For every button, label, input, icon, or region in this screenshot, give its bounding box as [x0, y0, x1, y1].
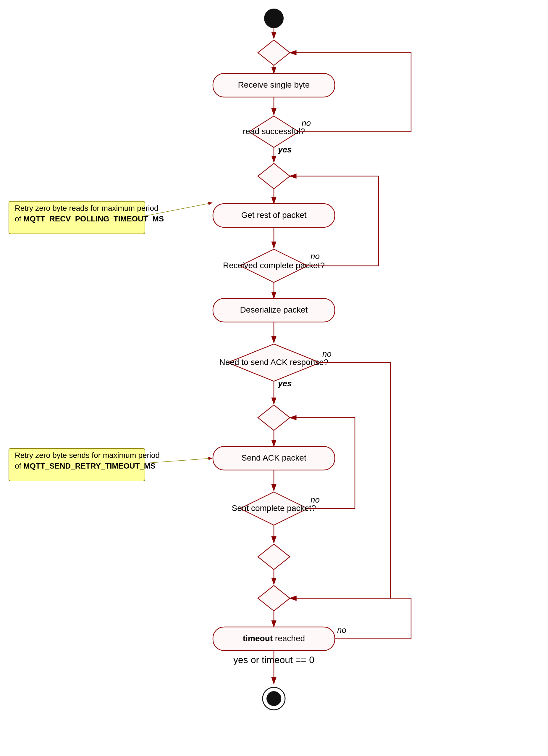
diagram-container: Receive single byte read successful? no … [0, 0, 548, 756]
end-inner-circle [267, 691, 281, 706]
note1-line1: Retry zero byte reads for maximum period [15, 204, 159, 213]
note2-line1: Retry zero byte sends for maximum period [15, 451, 160, 460]
no-read-label: no [302, 118, 311, 128]
get-rest-diamond [258, 163, 290, 189]
send-ack-packet-label: Send ACK packet [241, 453, 306, 462]
yes-read-label: yes [277, 145, 292, 154]
initial-diamond [258, 40, 290, 65]
note2-line2: of MQTT_SEND_RETRY_TIMEOUT_MS [15, 461, 156, 470]
no-received-label: no [310, 252, 320, 261]
ack-decision-diamond [258, 405, 290, 430]
get-rest-of-packet-label: Get rest of packet [241, 210, 307, 220]
deserialize-packet-label: Deserialize packet [240, 305, 308, 314]
need-ack-label: Need to send ACK response? [220, 358, 328, 367]
start-node [265, 9, 283, 28]
no-sent-label: no [310, 495, 320, 504]
note1-line2: of MQTT_RECV_POLLING_TIMEOUT_MS [15, 214, 164, 223]
flow-diagram: Receive single byte read successful? no … [0, 0, 548, 756]
arrow-need-ack-no-loop [290, 363, 390, 598]
diamond-before-timeout [258, 586, 290, 611]
timeout-reached-label: timeout reached [243, 634, 305, 643]
read-successful-label: read successful? [243, 127, 305, 136]
diamond-after-sent [258, 544, 290, 570]
no-timeout-label: no [337, 625, 346, 635]
receive-single-byte-label: Receive single byte [238, 80, 310, 89]
no-ack-label: no [322, 349, 331, 358]
yes-ack-label: yes [277, 379, 292, 388]
sent-complete-packet-label: Sent complete packet? [232, 504, 316, 513]
